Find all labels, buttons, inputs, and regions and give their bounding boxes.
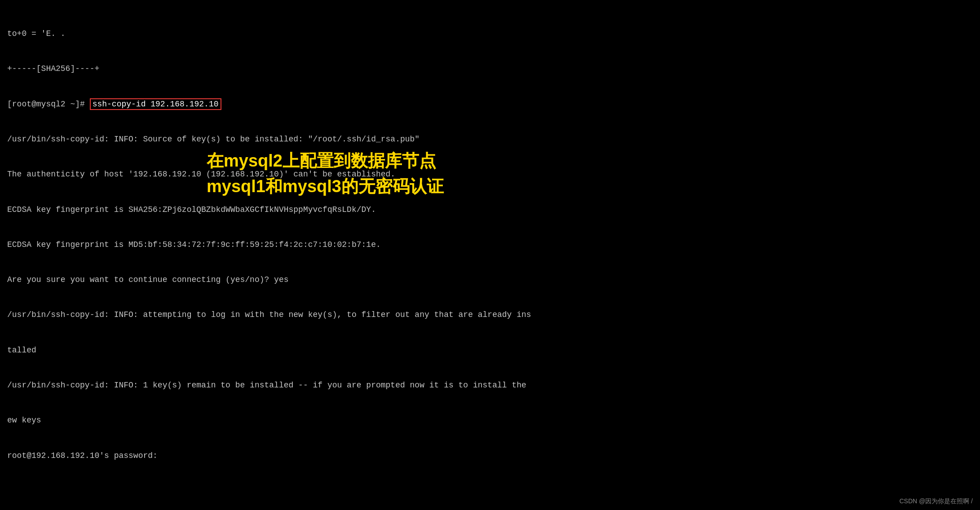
terminal-line-10: talled bbox=[7, 344, 973, 356]
terminal-line-2: +-----[SHA256]----+ bbox=[7, 63, 973, 75]
annotation-line1: 在mysql2上配置到数据库节点 bbox=[207, 148, 444, 174]
terminal-line-13: root@192.168.192.10's password: bbox=[7, 450, 973, 462]
cmd-highlight-1: ssh-copy-id 192.168.192.10 bbox=[90, 98, 221, 110]
watermark-text: CSDN @因为你是在照啊 / bbox=[899, 497, 973, 506]
terminal-line-7: ECDSA key fingerprint is MD5:bf:58:34:72… bbox=[7, 239, 973, 251]
annotation-text: 在mysql2上配置到数据库节点 mysql1和mysql3的无密码认证 bbox=[207, 148, 444, 199]
terminal-line-3: [root@mysql2 ~]# ssh-copy-id 192.168.192… bbox=[7, 98, 973, 110]
terminal-line-11: /usr/bin/ssh-copy-id: INFO: 1 key(s) rem… bbox=[7, 379, 973, 391]
terminal-line-5: The authenticity of host '192.168.192.10… bbox=[7, 168, 973, 180]
terminal-line-14 bbox=[7, 485, 973, 497]
terminal-line-1: to+0 = 'E. . bbox=[7, 28, 973, 40]
terminal-line-12: ew keys bbox=[7, 414, 973, 426]
annotation-line2: mysql1和mysql3的无密码认证 bbox=[207, 174, 444, 199]
terminal-line-4: /usr/bin/ssh-copy-id: INFO: Source of ke… bbox=[7, 133, 973, 145]
terminal-line-6: ECDSA key fingerprint is SHA256:ZPj6zolQ… bbox=[7, 204, 973, 215]
terminal-output: to+0 = 'E. . +-----[SHA256]----+ [root@m… bbox=[0, 0, 980, 510]
terminal-line-8: Are you sure you want to continue connec… bbox=[7, 274, 973, 286]
prompt-1: [root@mysql2 ~]# bbox=[7, 100, 90, 109]
terminal-line-9: /usr/bin/ssh-copy-id: INFO: attempting t… bbox=[7, 309, 973, 321]
